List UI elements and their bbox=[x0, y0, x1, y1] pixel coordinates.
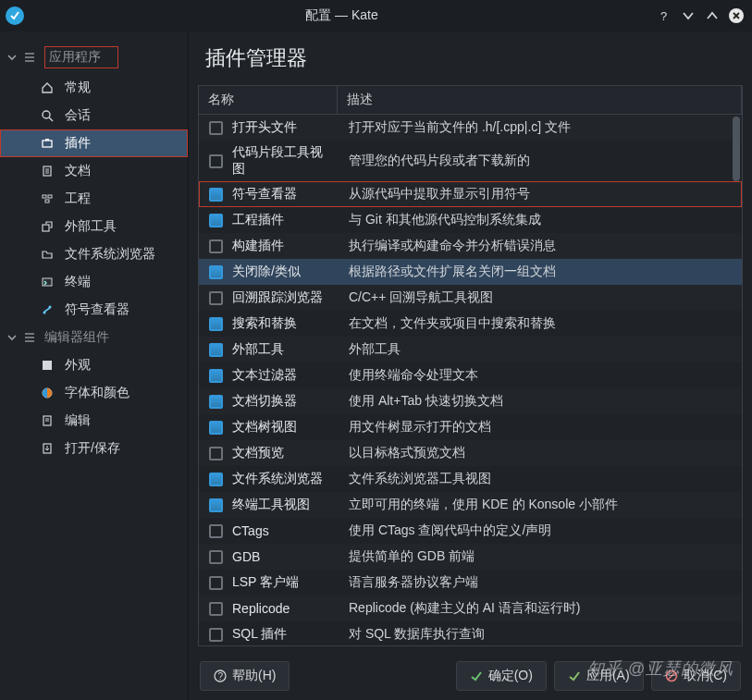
sidebar-group-label: 编辑器组件 bbox=[44, 329, 109, 346]
table-row[interactable]: 文档切换器使用 Alt+Tab 快速切换文档 bbox=[199, 388, 742, 414]
ok-button[interactable]: 确定(O) bbox=[456, 661, 547, 691]
plugin-name: 构建插件 bbox=[232, 238, 338, 254]
column-desc[interactable]: 描述 bbox=[338, 86, 742, 114]
checkbox-cell bbox=[199, 214, 232, 227]
opensave-icon bbox=[39, 442, 55, 455]
table-row[interactable]: 关闭除/类似根据路径或文件扩展名关闭一组文档 bbox=[199, 259, 742, 285]
plugin-checkbox[interactable] bbox=[209, 395, 223, 409]
help-button[interactable]: ? bbox=[654, 6, 674, 26]
symbol-icon bbox=[39, 303, 55, 316]
sidebar-item-label: 文档 bbox=[65, 163, 91, 179]
table-row[interactable]: 工程插件与 Git 和其他源代码控制系统集成 bbox=[199, 207, 742, 233]
plugin-checkbox[interactable] bbox=[209, 447, 223, 461]
plugin-checkbox[interactable] bbox=[209, 421, 223, 435]
folder-icon bbox=[39, 248, 55, 261]
sidebar-group-app[interactable]: 应用程序 bbox=[0, 41, 188, 74]
plugin-checkbox[interactable] bbox=[209, 343, 223, 357]
sidebar-group-editor[interactable]: 编辑器组件 bbox=[0, 324, 188, 351]
plugin-checkbox[interactable] bbox=[209, 550, 223, 564]
sidebar-item[interactable]: 外部工具 bbox=[0, 213, 188, 240]
sidebar-item-label: 打开/保存 bbox=[65, 440, 120, 457]
plugin-checkbox[interactable] bbox=[209, 576, 223, 590]
checkbox-cell bbox=[199, 317, 232, 331]
menu-icon bbox=[22, 331, 37, 344]
external-icon bbox=[39, 220, 55, 233]
sidebar-item[interactable]: 符号查看器 bbox=[0, 296, 188, 324]
plugin-name: 搜索和替换 bbox=[232, 315, 338, 332]
plugin-checkbox[interactable] bbox=[209, 214, 223, 227]
plugin-name: 关闭除/类似 bbox=[232, 264, 338, 280]
plugin-checkbox[interactable] bbox=[209, 498, 223, 512]
plugin-checkbox[interactable] bbox=[209, 154, 223, 168]
table-row[interactable]: 打开头文件打开对应于当前文件的 .h/[.cpp|.c] 文件 bbox=[199, 115, 742, 141]
svg-rect-9 bbox=[43, 225, 49, 231]
column-name[interactable]: 名称 bbox=[199, 86, 338, 114]
sidebar-item[interactable]: 插件 bbox=[0, 129, 188, 157]
table-row[interactable]: ReplicodeReplicode (构建主义的 AI 语言和运行时) bbox=[199, 596, 742, 621]
table-row[interactable]: 文档预览以目标格式预览文档 bbox=[199, 440, 742, 466]
plugin-checkbox[interactable] bbox=[209, 265, 223, 279]
plugin-name: 文本过滤器 bbox=[232, 367, 338, 384]
sidebar-item[interactable]: 终端 bbox=[0, 268, 188, 296]
table-row[interactable]: 符号查看器从源代码中提取并显示引用符号 bbox=[199, 181, 742, 207]
plugin-desc: 与 Git 和其他源代码控制系统集成 bbox=[338, 212, 742, 228]
sidebar-item[interactable]: 文档 bbox=[0, 157, 188, 185]
plugin-checkbox[interactable] bbox=[209, 628, 223, 642]
table-row[interactable]: 文档树视图用文件树显示打开的文档 bbox=[199, 414, 742, 440]
plugin-desc: 使用终端命令处理文本 bbox=[338, 367, 742, 384]
plugin-checkbox[interactable] bbox=[209, 121, 223, 135]
table-row[interactable]: LSP 客户端语言服务器协议客户端 bbox=[199, 570, 742, 596]
svg-rect-8 bbox=[45, 200, 49, 203]
table-row[interactable]: 搜索和替换在文档，文件夹或项目中搜索和替换 bbox=[199, 311, 742, 337]
doc-icon bbox=[39, 165, 55, 178]
sidebar-item[interactable]: 字体和颜色 bbox=[0, 379, 188, 407]
plugin-checkbox[interactable] bbox=[209, 473, 223, 486]
plugin-desc: 管理您的代码片段或者下载新的 bbox=[338, 153, 742, 169]
table-row[interactable]: 代码片段工具视图管理您的代码片段或者下载新的 bbox=[199, 141, 742, 181]
plugin-desc: 使用 Alt+Tab 快速切换文档 bbox=[338, 393, 742, 410]
table-body[interactable]: 打开头文件打开对应于当前文件的 .h/[.cpp|.c] 文件代码片段工具视图管… bbox=[199, 115, 742, 645]
table-row[interactable]: GDB提供简单的 GDB 前端 bbox=[199, 544, 742, 570]
plugin-checkbox[interactable] bbox=[209, 188, 223, 202]
titlebar: 配置 — Kate ? bbox=[0, 0, 752, 31]
plugin-checkbox[interactable] bbox=[209, 317, 223, 331]
plugin-desc: 用文件树显示打开的文档 bbox=[338, 419, 742, 436]
plugin-name: 终端工具视图 bbox=[232, 497, 338, 513]
table-row[interactable]: 文件系统浏览器文件系统浏览器工具视图 bbox=[199, 466, 742, 492]
table-row[interactable]: CTags使用 CTags 查阅代码中的定义/声明 bbox=[199, 518, 742, 544]
sidebar-item[interactable]: 工程 bbox=[0, 185, 188, 213]
table-row[interactable]: 回溯跟踪浏览器C/C++ 回溯导航工具视图 bbox=[199, 285, 742, 311]
plugin-checkbox[interactable] bbox=[209, 239, 223, 253]
cancel-button[interactable]: 取消(C) bbox=[651, 661, 741, 691]
sidebar-item[interactable]: 打开/保存 bbox=[0, 435, 188, 462]
sidebar-item[interactable]: 编辑 bbox=[0, 407, 188, 435]
table-row[interactable]: 构建插件执行编译或构建命令并分析错误消息 bbox=[199, 233, 742, 259]
plugin-checkbox[interactable] bbox=[209, 291, 223, 305]
sidebar-item[interactable]: 文件系统浏览器 bbox=[0, 240, 188, 268]
maximize-button[interactable] bbox=[702, 6, 722, 26]
scrollbar[interactable] bbox=[733, 117, 740, 181]
plugin-name: 文档树视图 bbox=[232, 419, 338, 436]
checkbox-cell bbox=[199, 550, 232, 564]
plugin-checkbox[interactable] bbox=[209, 602, 223, 616]
plugin-desc: 以目标格式预览文档 bbox=[338, 445, 742, 461]
close-button[interactable] bbox=[726, 6, 746, 26]
minimize-button[interactable] bbox=[678, 6, 698, 26]
apply-button[interactable]: 应用(A) bbox=[554, 661, 644, 691]
table-row[interactable]: 终端工具视图立即可用的终端，使用 KDE 的 Konsole 小部件 bbox=[199, 492, 742, 518]
table-row[interactable]: SQL 插件对 SQL 数据库执行查询 bbox=[199, 621, 742, 645]
sidebar-item-label: 编辑 bbox=[65, 412, 91, 429]
table-row[interactable]: 外部工具外部工具 bbox=[199, 337, 742, 362]
plugin-desc: 文件系统浏览器工具视图 bbox=[338, 471, 742, 487]
plugin-desc: 外部工具 bbox=[338, 341, 742, 358]
plugin-checkbox[interactable] bbox=[209, 369, 223, 383]
checkbox-cell bbox=[199, 239, 232, 253]
table-row[interactable]: 文本过滤器使用终端命令处理文本 bbox=[199, 362, 742, 388]
sidebar-item[interactable]: 会话 bbox=[0, 102, 188, 129]
sidebar-item[interactable]: 外观 bbox=[0, 351, 188, 379]
sidebar-item[interactable]: 常规 bbox=[0, 74, 188, 102]
svg-point-11 bbox=[43, 312, 46, 314]
plugin-checkbox[interactable] bbox=[209, 524, 223, 538]
help-button[interactable]: ? 帮助(H) bbox=[200, 661, 290, 691]
check-icon bbox=[470, 669, 483, 682]
